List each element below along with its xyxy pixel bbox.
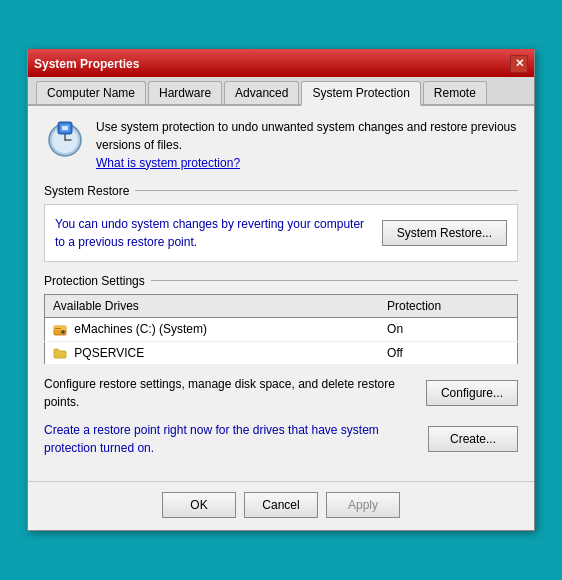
footer: OK Cancel Apply — [28, 481, 534, 530]
system-properties-window: System Properties ✕ Computer Name Hardwa… — [27, 49, 535, 532]
protection-settings-section: Protection Settings Available Drives Pro… — [44, 274, 518, 458]
table-row[interactable]: PQSERVICE Off — [45, 341, 518, 365]
system-restore-button[interactable]: System Restore... — [382, 220, 507, 246]
system-protection-icon — [44, 118, 86, 160]
col-available-drives: Available Drives — [45, 294, 380, 317]
configure-text: Configure restore settings, manage disk … — [44, 375, 416, 411]
main-content: Use system protection to undo unwanted s… — [28, 106, 534, 482]
tab-remote[interactable]: Remote — [423, 81, 487, 104]
table-row[interactable]: eMachines (C:) (System) On — [45, 317, 518, 341]
drive-protection-cell: Off — [379, 341, 517, 365]
system-restore-title: System Restore — [44, 184, 518, 198]
system-restore-description: You can undo system changes by reverting… — [55, 215, 372, 251]
col-protection: Protection — [379, 294, 517, 317]
drive-protection-cell: On — [379, 317, 517, 341]
tab-advanced[interactable]: Advanced — [224, 81, 299, 104]
svg-rect-5 — [60, 124, 70, 132]
cancel-button[interactable]: Cancel — [244, 492, 318, 518]
configure-row: Configure restore settings, manage disk … — [44, 375, 518, 411]
svg-rect-11 — [55, 328, 61, 329]
what-is-protection-link[interactable]: What is system protection? — [96, 156, 240, 170]
drive-name-cell: PQSERVICE — [45, 341, 380, 365]
system-restore-section: System Restore You can undo system chang… — [44, 184, 518, 262]
description-text: Use system protection to undo unwanted s… — [96, 118, 518, 172]
tab-computer-name[interactable]: Computer Name — [36, 81, 146, 104]
tab-bar: Computer Name Hardware Advanced System P… — [28, 77, 534, 106]
close-button[interactable]: ✕ — [510, 55, 528, 73]
create-button[interactable]: Create... — [428, 426, 518, 452]
create-row: Create a restore point right now for the… — [44, 421, 518, 457]
ok-button[interactable]: OK — [162, 492, 236, 518]
drive-name-cell: eMachines (C:) (System) — [45, 317, 380, 341]
create-text: Create a restore point right now for the… — [44, 421, 418, 457]
window-title: System Properties — [34, 57, 139, 71]
drives-table: Available Drives Protection — [44, 294, 518, 366]
description-box: Use system protection to undo unwanted s… — [44, 118, 518, 172]
protection-settings-title: Protection Settings — [44, 274, 518, 288]
apply-button[interactable]: Apply — [326, 492, 400, 518]
tab-system-protection[interactable]: System Protection — [301, 81, 420, 106]
configure-button[interactable]: Configure... — [426, 380, 518, 406]
titlebar: System Properties ✕ — [28, 51, 534, 77]
system-restore-box: You can undo system changes by reverting… — [44, 204, 518, 262]
tab-hardware[interactable]: Hardware — [148, 81, 222, 104]
svg-point-10 — [62, 330, 65, 333]
